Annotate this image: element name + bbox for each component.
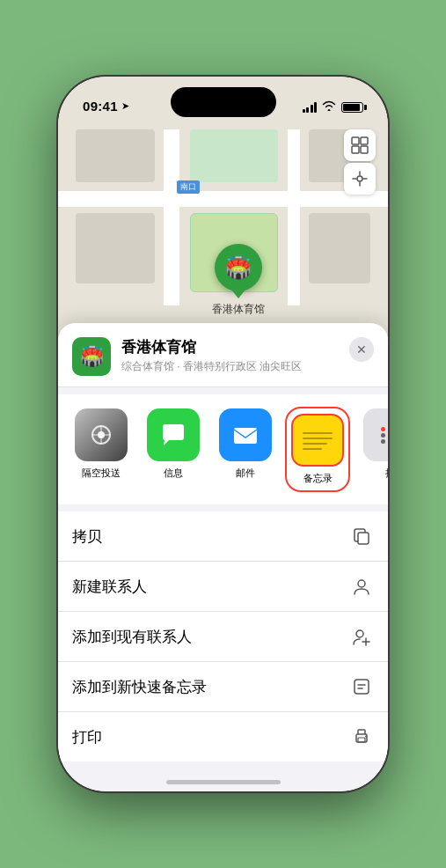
quicknote-label: 添加到新快速备忘录 bbox=[72, 677, 207, 697]
location-subtitle: 综合体育馆 · 香港特别行政区 油尖旺区 bbox=[121, 359, 339, 374]
map-view-button[interactable] bbox=[344, 129, 376, 161]
action-item-copy[interactable]: 拷贝 bbox=[58, 511, 388, 562]
map-block-5 bbox=[309, 213, 370, 283]
bottom-sheet: 🏟️ 香港体育馆 综合体育馆 · 香港特别行政区 油尖旺区 ✕ bbox=[58, 323, 388, 791]
phone-screen: 09:41 ➤ bbox=[58, 77, 388, 791]
mail-icon bbox=[219, 408, 272, 461]
action-item-quicknote[interactable]: 添加到新快速备忘录 bbox=[58, 662, 388, 712]
status-icons bbox=[303, 100, 364, 114]
mail-label: 邮件 bbox=[236, 467, 255, 480]
svg-point-4 bbox=[357, 176, 362, 181]
svg-rect-12 bbox=[358, 533, 369, 544]
svg-rect-0 bbox=[352, 137, 359, 144]
map-block-1 bbox=[76, 129, 155, 182]
copy-icon bbox=[349, 524, 374, 548]
location-header: 🏟️ 香港体育馆 综合体育馆 · 香港特别行政区 油尖旺区 ✕ bbox=[58, 323, 388, 387]
person-add-icon bbox=[349, 624, 374, 649]
airdrop-label: 隔空投送 bbox=[82, 467, 121, 480]
print-icon bbox=[349, 725, 374, 749]
svg-rect-3 bbox=[361, 146, 368, 153]
venue-pin-label: 香港体育馆 bbox=[212, 302, 265, 317]
dynamic-island bbox=[171, 87, 276, 117]
pin-circle: 🏟️ bbox=[215, 244, 262, 291]
location-info: 香港体育馆 综合体育馆 · 香港特别行政区 油尖旺区 bbox=[121, 337, 339, 374]
map-road-horizontal bbox=[58, 191, 388, 207]
location-name: 香港体育馆 bbox=[121, 337, 339, 357]
add-existing-label: 添加到现有联系人 bbox=[72, 627, 192, 647]
share-item-notes[interactable]: 备忘录 bbox=[287, 408, 348, 490]
svg-point-14 bbox=[356, 630, 363, 637]
svg-point-13 bbox=[358, 580, 365, 587]
share-row: 隔空投送 信息 bbox=[58, 394, 388, 504]
copy-label: 拷贝 bbox=[72, 526, 102, 547]
action-list: 拷贝 新建联系人 bbox=[58, 511, 388, 761]
map-block-3 bbox=[190, 129, 278, 182]
svg-rect-2 bbox=[352, 146, 359, 153]
new-contact-label: 新建联系人 bbox=[72, 577, 147, 597]
share-item-more[interactable]: 提 bbox=[359, 408, 388, 490]
notes-icon bbox=[291, 414, 344, 467]
svg-rect-11 bbox=[234, 428, 257, 444]
message-label: 信息 bbox=[164, 467, 183, 480]
action-item-new-contact[interactable]: 新建联系人 bbox=[58, 562, 388, 612]
battery-icon bbox=[341, 102, 363, 113]
map-location-button[interactable] bbox=[344, 163, 376, 195]
wifi-icon bbox=[322, 100, 336, 114]
action-item-add-existing[interactable]: 添加到现有联系人 bbox=[58, 612, 388, 662]
safe-area-spacer bbox=[58, 761, 388, 791]
share-item-message[interactable]: 信息 bbox=[143, 408, 204, 490]
map-south-entrance-label: 南口 bbox=[177, 180, 200, 194]
quicknote-icon bbox=[349, 674, 374, 699]
message-icon bbox=[147, 408, 200, 461]
phone-shell: 09:41 ➤ bbox=[58, 77, 388, 791]
stadium-icon: 🏟️ bbox=[225, 255, 252, 280]
action-item-print[interactable]: 打印 bbox=[58, 712, 388, 761]
more-icon bbox=[363, 408, 388, 461]
svg-point-22 bbox=[365, 736, 367, 738]
close-button[interactable]: ✕ bbox=[349, 337, 374, 362]
svg-rect-17 bbox=[355, 680, 369, 694]
map-road-vertical-1 bbox=[164, 129, 179, 305]
signal-bars-icon bbox=[303, 102, 318, 113]
venue-icon: 🏟️ bbox=[72, 337, 111, 376]
notes-label: 备忘录 bbox=[303, 472, 333, 485]
svg-point-10 bbox=[98, 431, 105, 438]
svg-rect-1 bbox=[361, 137, 368, 144]
venue-pin[interactable]: 🏟️ 香港体育馆 bbox=[212, 244, 265, 317]
home-indicator bbox=[166, 780, 281, 784]
share-item-mail[interactable]: 邮件 bbox=[215, 408, 276, 490]
map-road-vertical-2 bbox=[288, 129, 300, 305]
more-label: 提 bbox=[385, 467, 389, 480]
status-time: 09:41 bbox=[83, 99, 118, 114]
map-block-2 bbox=[76, 213, 155, 283]
print-label: 打印 bbox=[72, 727, 102, 747]
person-icon bbox=[349, 574, 374, 599]
location-arrow-icon: ➤ bbox=[121, 100, 129, 112]
share-item-airdrop[interactable]: 隔空投送 bbox=[70, 408, 132, 490]
airdrop-icon bbox=[75, 408, 128, 461]
map-buttons[interactable] bbox=[344, 129, 376, 195]
